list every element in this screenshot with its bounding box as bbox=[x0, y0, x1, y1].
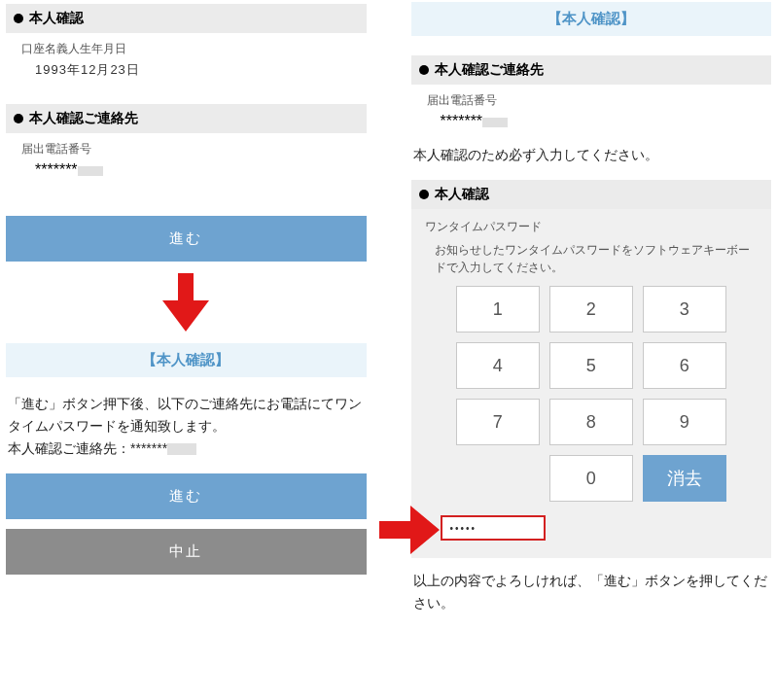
cancel-button[interactable]: 中止 bbox=[6, 529, 367, 575]
otp-label: ワンタイムパスワード bbox=[425, 219, 759, 235]
keypad-key-3[interactable]: 3 bbox=[643, 286, 726, 332]
id-verify-title-right: 本人確認 bbox=[435, 186, 489, 203]
phone-label-right: 届出電話番号 bbox=[427, 92, 772, 109]
keypad-key-7[interactable]: 7 bbox=[456, 399, 540, 445]
keypad-key-9[interactable]: 9 bbox=[643, 399, 726, 445]
dob-value: 1993年12月23日 bbox=[35, 61, 367, 79]
otp-keypad-section: ワンタイムパスワード お知らせしたワンタイムパスワードをソフトウェアキーボードで… bbox=[411, 209, 772, 558]
keypad-key-4[interactable]: 4 bbox=[456, 342, 540, 389]
bullet-icon bbox=[419, 190, 429, 199]
must-enter-text: 本人確認のため必ず入力してください。 bbox=[411, 144, 772, 176]
proceed-button[interactable]: 進む bbox=[6, 216, 367, 262]
keypad-key-6[interactable]: 6 bbox=[643, 342, 726, 389]
id-verify-header: 本人確認 bbox=[6, 4, 367, 33]
otp-keypad: 1 2 3 4 5 6 7 8 9 0 消去 bbox=[425, 286, 759, 502]
right-pane: 【本人確認】 本人確認ご連絡先 届出電話番号 ******* 本人確認のため必ず… bbox=[372, 0, 778, 700]
id-verify-title: 本人確認 bbox=[29, 10, 84, 27]
verify-banner: 【本人確認】 bbox=[6, 343, 367, 377]
contact-header: 本人確認ご連絡先 bbox=[6, 104, 367, 133]
bullet-icon bbox=[14, 14, 23, 23]
phone-value-right: ******* bbox=[441, 113, 772, 130]
keypad-key-2[interactable]: 2 bbox=[549, 286, 633, 332]
phone-value: ******* bbox=[35, 161, 367, 179]
verify-banner-right: 【本人確認】 bbox=[411, 2, 772, 36]
contact-title: 本人確認ご連絡先 bbox=[29, 110, 138, 127]
down-arrow-icon bbox=[6, 262, 367, 339]
phone-label: 届出電話番号 bbox=[21, 141, 367, 158]
dob-label: 口座名義人生年月日 bbox=[21, 41, 367, 57]
right-arrow-icon bbox=[379, 506, 440, 558]
otp-help-text: お知らせしたワンタイムパスワードをソフトウェアキーボードで入力してください。 bbox=[425, 241, 759, 276]
keypad-clear-button[interactable]: 消去 bbox=[643, 455, 726, 502]
contact-header-right: 本人確認ご連絡先 bbox=[411, 55, 772, 85]
contact-title-right: 本人確認ご連絡先 bbox=[435, 61, 544, 79]
footer-instruction: 以上の内容でよろしければ、「進む」ボタンを押してください。 bbox=[411, 570, 772, 628]
instruction-text: 「進む」ボタン押下後、以下のご連絡先にお電話にてワンタイムパスワードを通知致しま… bbox=[6, 393, 367, 473]
bullet-icon bbox=[14, 114, 23, 123]
keypad-key-8[interactable]: 8 bbox=[549, 399, 633, 445]
bullet-icon bbox=[419, 65, 429, 75]
id-verify-header-right: 本人確認 bbox=[411, 180, 772, 209]
left-pane: 本人確認 口座名義人生年月日 1993年12月23日 本人確認ご連絡先 届出電話… bbox=[0, 0, 372, 700]
otp-display: ••••• bbox=[441, 515, 546, 541]
keypad-key-5[interactable]: 5 bbox=[549, 342, 633, 389]
keypad-key-0[interactable]: 0 bbox=[549, 455, 633, 502]
keypad-key-1[interactable]: 1 bbox=[456, 286, 540, 332]
proceed-button-2[interactable]: 進む bbox=[6, 473, 367, 519]
